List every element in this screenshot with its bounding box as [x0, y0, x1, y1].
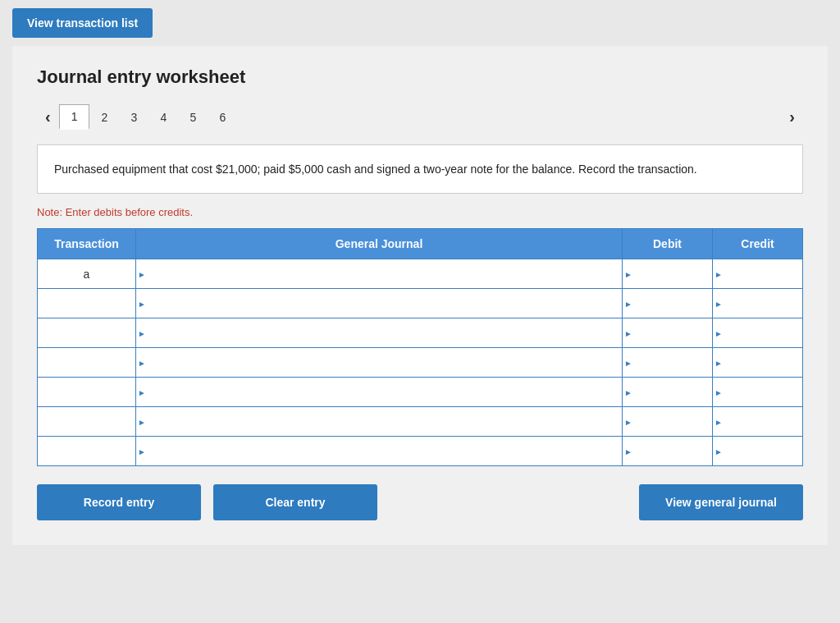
prev-page-button[interactable]: ‹	[37, 104, 59, 130]
page-tab-4[interactable]: 4	[148, 106, 178, 129]
debit-input-4[interactable]	[623, 348, 712, 377]
credit-input-3[interactable]	[713, 318, 802, 347]
header-general-journal: General Journal	[136, 229, 623, 259]
debit-input-5[interactable]	[623, 378, 712, 406]
transaction-cell-3	[38, 318, 136, 348]
table-row: ► ► ►	[38, 318, 803, 348]
page-tab-6[interactable]: 6	[208, 106, 237, 129]
debit-cell-5[interactable]: ►	[623, 378, 713, 407]
general-journal-cell-5[interactable]: ►	[136, 378, 623, 407]
table-row: ► ► ►	[38, 407, 803, 437]
general-journal-input-2[interactable]	[136, 289, 622, 318]
credit-cell-2[interactable]: ►	[713, 289, 803, 318]
transaction-cell-6	[38, 407, 136, 437]
general-journal-cell-3[interactable]: ►	[136, 318, 623, 348]
general-journal-input-3[interactable]	[136, 318, 622, 347]
credit-cell-7[interactable]: ►	[713, 437, 803, 466]
header-transaction: Transaction	[38, 229, 136, 259]
general-journal-input-4[interactable]	[136, 348, 622, 377]
debit-input-6[interactable]	[623, 407, 712, 436]
header-credit: Credit	[713, 229, 803, 259]
debit-input-1[interactable]	[623, 259, 712, 288]
top-bar: View transaction list	[0, 0, 840, 46]
journal-table: Transaction General Journal Debit Credit…	[37, 228, 803, 466]
debit-cell-1[interactable]: ►	[623, 259, 713, 289]
transaction-cell-5	[38, 378, 136, 407]
debit-cell-7[interactable]: ►	[623, 437, 713, 466]
view-transaction-button[interactable]: View transaction list	[12, 8, 153, 38]
debit-input-3[interactable]	[623, 318, 712, 347]
general-journal-cell-6[interactable]: ►	[136, 407, 623, 437]
record-entry-button[interactable]: Record entry	[37, 484, 201, 520]
page-tab-5[interactable]: 5	[178, 106, 208, 129]
table-row: ► ► ►	[38, 378, 803, 407]
credit-cell-6[interactable]: ►	[713, 407, 803, 437]
table-row: ► ► ►	[38, 289, 803, 318]
description-box: Purchased equipment that cost $21,000; p…	[37, 144, 803, 194]
header-debit: Debit	[623, 229, 713, 259]
credit-input-2[interactable]	[713, 289, 802, 318]
page-tab-1[interactable]: 1	[59, 104, 90, 130]
credit-cell-1[interactable]: ►	[713, 259, 803, 289]
transaction-cell-2	[38, 289, 136, 318]
general-journal-input-1[interactable]	[136, 259, 622, 288]
general-journal-input-6[interactable]	[136, 407, 622, 436]
general-journal-cell-7[interactable]: ►	[136, 437, 623, 466]
page-tab-3[interactable]: 3	[119, 106, 148, 129]
general-journal-input-7[interactable]	[136, 437, 622, 465]
description-text: Purchased equipment that cost $21,000; p…	[54, 163, 697, 176]
credit-input-1[interactable]	[713, 259, 802, 288]
general-journal-cell-4[interactable]: ►	[136, 348, 623, 378]
general-journal-cell-2[interactable]: ►	[136, 289, 623, 318]
buttons-row: Record entry Clear entry View general jo…	[37, 484, 803, 520]
clear-entry-button[interactable]: Clear entry	[213, 484, 377, 520]
debit-cell-6[interactable]: ►	[623, 407, 713, 437]
transaction-cell-7	[38, 437, 136, 466]
table-row: a ► ► ►	[38, 259, 803, 289]
debit-cell-2[interactable]: ►	[623, 289, 713, 318]
table-row: ► ► ►	[38, 437, 803, 466]
next-page-button[interactable]: ›	[781, 104, 803, 130]
page-tab-2[interactable]: 2	[89, 106, 119, 129]
credit-input-5[interactable]	[713, 378, 802, 406]
credit-cell-3[interactable]: ►	[713, 318, 803, 348]
transaction-cell-4	[38, 348, 136, 378]
credit-input-6[interactable]	[713, 407, 802, 436]
worksheet-title: Journal entry worksheet	[37, 66, 803, 88]
credit-input-4[interactable]	[713, 348, 802, 377]
general-journal-cell-1[interactable]: ►	[136, 259, 623, 289]
general-journal-input-5[interactable]	[136, 378, 622, 406]
main-container: Journal entry worksheet ‹ 1 2 3 4 5 6 › …	[12, 46, 828, 545]
debit-cell-3[interactable]: ►	[623, 318, 713, 348]
credit-input-7[interactable]	[713, 437, 802, 465]
pagination-row: ‹ 1 2 3 4 5 6 ›	[37, 104, 803, 130]
note-text: Note: Enter debits before credits.	[37, 206, 803, 218]
view-general-journal-button[interactable]: View general journal	[639, 484, 803, 520]
credit-cell-4[interactable]: ►	[713, 348, 803, 378]
transaction-cell-1: a	[38, 259, 136, 289]
debit-input-7[interactable]	[623, 437, 712, 465]
credit-cell-5[interactable]: ►	[713, 378, 803, 407]
debit-input-2[interactable]	[623, 289, 712, 318]
table-row: ► ► ►	[38, 348, 803, 378]
debit-cell-4[interactable]: ►	[623, 348, 713, 378]
